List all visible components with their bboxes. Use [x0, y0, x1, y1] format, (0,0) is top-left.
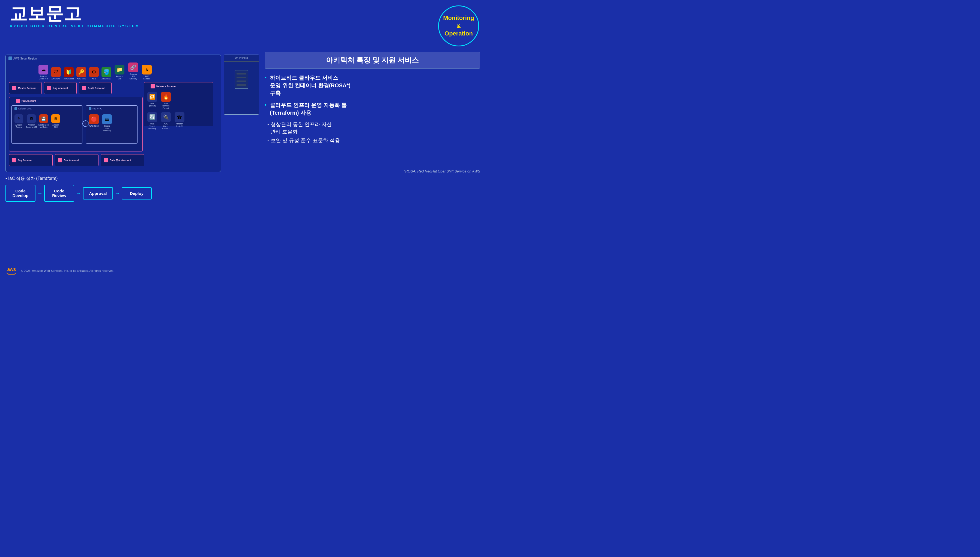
transit-gateway-icon: 🔄: [147, 112, 157, 122]
master-account-box: Master Account: [9, 82, 42, 94]
audit-account-label: Audit Account: [88, 87, 104, 90]
documentdb-icon: 🗄: [27, 114, 36, 123]
aws-region-icon: [8, 57, 12, 60]
prd-vpc-services: 🔴 AWS ROSA ⚖ ElasticLoad Balancing: [89, 114, 112, 132]
master-account-label: Master Account: [18, 87, 36, 90]
iac-pipeline: CodeDevelop → CodeReview → Approval → De…: [5, 185, 197, 202]
on-premise-box: On-Premise: [224, 55, 259, 115]
efs-icon-group: 📁 Amazon EFS: [114, 65, 125, 80]
footer: aws © 2023, Amazon Web Services, Inc. or…: [7, 267, 114, 275]
monitoring-badge: Monitoring & Operation: [438, 5, 479, 46]
lambda-icon: λ: [142, 65, 152, 75]
sub-bullet-list: - 형상관리 통한 인프라 자산 관리 효율화 - 보안 및 규정 준수 표준화…: [265, 121, 480, 144]
default-vpc-box: Default VPC 🗄 Amazon Aurora 🗄 AmazonDocu…: [11, 105, 82, 143]
pipeline-arrow-2: →: [74, 190, 83, 197]
ec2-group: 🖥 Amazon EC2: [50, 114, 61, 129]
monitoring-text: Monitoring & Operation: [443, 14, 474, 37]
vpc-icon: [15, 107, 17, 110]
acu-icon-group: ⚙ ACU: [89, 67, 99, 80]
direct-connect-icon: 🔌: [161, 112, 171, 122]
dev-account-box: Dev Account: [55, 154, 99, 166]
log-account-icon: [47, 86, 51, 90]
data-account-box: Data 분석 Account: [101, 154, 144, 166]
aws-logo-container: aws: [7, 267, 16, 275]
rosa-group: 🔴 AWS ROSA: [89, 114, 99, 132]
bullet-text-2: 클라우드 인프라 운영 자동화 툴(Terraform) 사용: [270, 101, 347, 117]
sub-bullet-2: - 보안 및 규정 준수 표준화 적용: [265, 137, 480, 144]
network-account-icon: [151, 84, 155, 88]
aws-region-label: AWS Seoul Region: [8, 57, 37, 60]
prd-account-icon: [16, 99, 20, 103]
audit-account-box: Audit Account: [79, 82, 112, 94]
pipeline-arrow-1: →: [36, 190, 44, 197]
prd-vpc-box: Prd VPC 🔴 AWS ROSA ⚖ ElasticLoad Balanci…: [86, 105, 138, 143]
bullet-dot-1: •: [265, 75, 267, 81]
dev-account-icon: [58, 158, 62, 162]
top-account-row: Master Account Log Account Audit Account: [9, 82, 112, 94]
direct-connect-group: 🔌 AWSDirect Connect: [161, 112, 171, 130]
rosa-note-container: *ROSA: Red RedHat OpenShift Service on A…: [265, 146, 480, 157]
pipeline-step-3: Approval: [83, 187, 113, 199]
iac-title: • IaC 적용 절차 (Terraform): [5, 176, 197, 181]
elb-group: ⚖ ElasticLoad Balancing: [101, 114, 112, 132]
pipeline-step-4: Deploy: [122, 187, 152, 199]
prd-account-box: Prd Account Default VPC 🗄 Amazon Aurora …: [9, 97, 143, 151]
nat-gateway-icon: 🔁: [147, 92, 157, 102]
server-slot-3: [237, 80, 246, 82]
prd-vpc-icon: [89, 107, 91, 110]
stg-account-icon: [12, 158, 16, 162]
arch-title-box: 아키텍처 특징 및 지원 서비스: [265, 52, 480, 68]
pipeline-arrow-3: →: [113, 190, 122, 197]
network-firewall-icon: 🔥: [161, 92, 171, 102]
audit-account-icon: [82, 86, 86, 90]
waf-icon: 🛡: [51, 67, 61, 77]
bullet-item-2: • 클라우드 인프라 운영 자동화 툴(Terraform) 사용: [265, 101, 480, 117]
data-account-label: Data 분석 Account: [110, 158, 131, 162]
pipeline-step-1: CodeDevelop: [5, 185, 36, 202]
cloudfront-icon: ☁: [39, 65, 48, 75]
s3-icon-group: 🪣 Amazon S3: [101, 67, 111, 80]
network-firewall-group: 🔥 AWSNetwork Firewall: [161, 92, 171, 109]
log-account-label: Log Account: [53, 87, 68, 90]
server-icon: [235, 70, 248, 89]
acu-icon: ⚙: [89, 67, 99, 77]
log-account-box: Log Account: [44, 82, 77, 94]
route53-group: 🛣 AmazonRoute 53: [174, 112, 185, 130]
footer-copyright: © 2023, Amazon Web Services, Inc. or its…: [21, 269, 114, 272]
title-korean: 교보문고: [10, 5, 140, 22]
bullet-item-1: • 하이브리드 클라우드 서비스운영 위한 컨테이너 환경(ROSA*)구축: [265, 74, 480, 97]
spacer: [174, 92, 185, 109]
stg-account-box: Stg Account: [9, 154, 53, 166]
dev-account-label: Dev Account: [64, 159, 79, 161]
bottom-account-row: Stg Account Dev Account Data 분석 Account: [9, 154, 144, 166]
rosa-note: *ROSA: Red RedHat OpenShift Service on A…: [404, 169, 480, 173]
server-slot-2: [237, 77, 246, 78]
elb-icon: ⚖: [102, 114, 112, 124]
lambda-icon-group: λ AWS Lambda: [141, 65, 152, 80]
pipeline-step-2: CodeReview: [44, 185, 74, 202]
prd-vpc-label: Prd VPC: [89, 107, 102, 110]
apigw-icon-group: 🔗 AmazonAPI Gateway: [128, 62, 138, 80]
server-slot-1: [237, 73, 246, 75]
right-panel: 아키텍처 특징 및 지원 서비스 • 하이브리드 클라우드 서비스운영 위한 컨…: [265, 52, 480, 157]
kms-icon: 🔑: [76, 67, 86, 77]
on-premise-label: On-Premise: [224, 55, 259, 62]
bullet-text-1: 하이브리드 클라우드 서비스운영 위한 컨테이너 환경(ROSA*)구축: [270, 74, 351, 97]
master-account-icon: [12, 86, 16, 90]
stg-account-label: Stg Account: [18, 159, 33, 161]
route53-icon: 🛣: [175, 112, 184, 122]
ec2-icon: 🖥: [51, 114, 60, 123]
waf-icon-group: 🛡 AWS WAF: [51, 67, 61, 80]
efs-icon: 📁: [115, 65, 124, 75]
apigw-icon: 🔗: [128, 62, 138, 72]
nat-gateway-group: 🔁 NAT gateway: [147, 92, 158, 109]
rosa-icon: 🔴: [89, 114, 99, 124]
title-english: KYOBO BOOK CENTRE NEXT COMMERCE SYSTEM: [10, 24, 140, 28]
shield-service-icon: 🔰: [64, 67, 74, 77]
network-account-box: Network Account 🔁 NAT gateway 🔥 AWSNetwo…: [144, 82, 213, 126]
shield-icon-group: 🔰 AWS Shield: [63, 67, 74, 80]
iac-section: • IaC 적용 절차 (Terraform) CodeDevelop → Co…: [5, 176, 197, 202]
aws-logo: aws: [7, 267, 16, 275]
elasticache-icon: 💾: [39, 114, 48, 123]
aws-diagram: AWS Seoul Region ☁ AmazonCloudFront 🛡 AW…: [5, 55, 221, 172]
